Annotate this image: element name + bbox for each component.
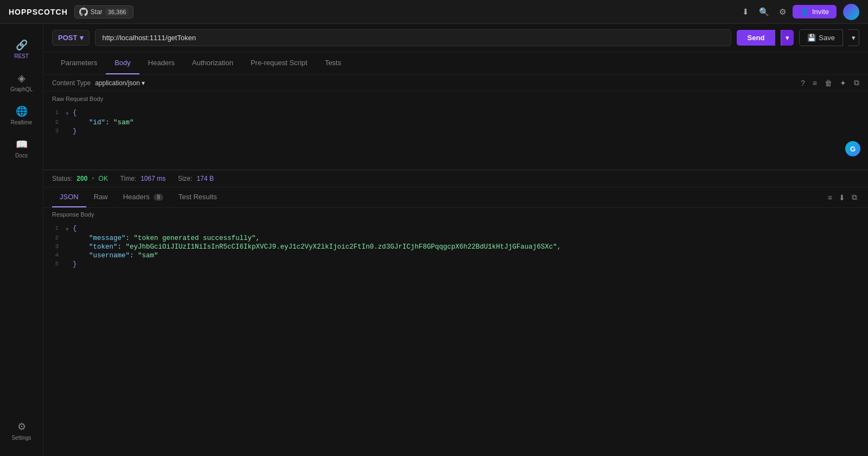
- request-tabs: Parameters Body Headers Authorization Pr…: [43, 52, 868, 75]
- tab-tests[interactable]: Tests: [316, 52, 350, 74]
- tab-parameters[interactable]: Parameters: [52, 52, 106, 74]
- code-line-2: 2 "id": "sam": [43, 118, 868, 127]
- invite-icon: 👤: [800, 8, 809, 16]
- resp-line-2: 2 "message": "token generated successful…: [43, 234, 868, 243]
- status-code: 200: [76, 175, 87, 182]
- invite-button[interactable]: 👤 Invite: [793, 5, 837, 18]
- github-icon: [79, 8, 88, 16]
- time-val: 1067 ms: [141, 175, 165, 182]
- line-arrow-1: ▾: [65, 109, 73, 118]
- time-label: Time:: [120, 175, 137, 182]
- sidebar-item-realtime[interactable]: 🌐 Realtime: [0, 99, 43, 132]
- request-code-editor: 1 ▾ { 2 "id": "sam" 3 }: [43, 104, 868, 169]
- status-dot: •: [92, 175, 94, 182]
- headers-badge: 8: [154, 194, 163, 201]
- link-icon: 🔗: [16, 39, 28, 51]
- url-input[interactable]: [95, 29, 731, 46]
- resp-tab-headers[interactable]: Headers 8: [116, 187, 171, 207]
- response-section: Response Body 1 ▾ { 2 "message": "token …: [43, 208, 868, 456]
- star-label: Star: [91, 8, 103, 16]
- code-line-3: 3 }: [43, 127, 868, 136]
- g-avatar: G: [845, 141, 860, 156]
- send-caret-button[interactable]: ▾: [781, 30, 794, 46]
- content-type-caret: ▾: [142, 79, 145, 87]
- line-content-3: }: [73, 128, 77, 135]
- sidebar-item-rest[interactable]: 🔗 REST: [0, 33, 43, 66]
- docs-icon: 📖: [16, 138, 28, 150]
- content-type-value: application/json: [95, 79, 140, 87]
- resp-copy-icon[interactable]: ⧉: [852, 193, 857, 202]
- download-icon[interactable]: ⬇: [742, 7, 749, 17]
- format-icon[interactable]: ≡: [813, 79, 817, 87]
- send-button[interactable]: Send: [737, 30, 776, 46]
- resp-format-icon[interactable]: ≡: [828, 193, 832, 202]
- main-layout: 🔗 REST ◈ GraphQL 🌐 Realtime 📖 Docs ⚙ Set…: [0, 24, 868, 456]
- tab-headers[interactable]: Headers: [139, 52, 183, 74]
- sidebar-item-graphql[interactable]: ◈ GraphQL: [0, 66, 43, 99]
- gear-icon: ⚙: [17, 421, 26, 433]
- star-count: 36,386: [105, 8, 129, 16]
- invite-label: Invite: [812, 8, 829, 16]
- graphql-icon: ◈: [18, 72, 25, 84]
- resp-download-icon[interactable]: ⬇: [839, 193, 845, 202]
- resp-tab-raw[interactable]: Raw: [86, 187, 116, 207]
- status-bar: Status: 200 • OK Time: 1067 ms Size: 174…: [43, 170, 868, 187]
- topnav: HOPPSCOTCH Star 36,386 ⬇ 🔍 ⚙ 👤 Invite: [0, 0, 868, 24]
- resp-line-4: 4 "username": "sam": [43, 251, 868, 260]
- realtime-icon: 🌐: [16, 105, 28, 117]
- sidebar: 🔗 REST ◈ GraphQL 🌐 Realtime 📖 Docs ⚙ Set…: [0, 24, 43, 456]
- method-select[interactable]: POST ▾: [52, 30, 90, 46]
- size-val: 174 B: [197, 175, 214, 182]
- method-label: POST: [58, 34, 77, 42]
- save-label: Save: [819, 34, 835, 42]
- line-content-2: "id": "sam": [73, 119, 134, 126]
- sidebar-label-docs: Docs: [15, 153, 28, 159]
- sidebar-label-rest: REST: [14, 53, 29, 59]
- tab-body[interactable]: Body: [106, 52, 139, 74]
- resp-line-1: 1 ▾ {: [43, 224, 868, 234]
- resp-line-5: 5 }: [43, 260, 868, 269]
- line-num-2: 2: [43, 119, 65, 125]
- sidebar-item-settings[interactable]: ⚙ Settings: [0, 414, 43, 447]
- request-body-section: Content Type application/json ▾ ? ≡ 🗑 ✦ …: [43, 75, 868, 170]
- line-num-1: 1: [43, 109, 65, 116]
- save-caret-button[interactable]: ▾: [848, 29, 859, 46]
- github-star-button[interactable]: Star 36,386: [74, 5, 134, 18]
- status-ok: OK: [99, 175, 108, 182]
- size-label: Size:: [178, 175, 193, 182]
- settings-icon[interactable]: ⚙: [779, 7, 786, 17]
- line-content-1: {: [73, 109, 77, 117]
- content-type-label: Content Type: [52, 79, 91, 87]
- copy-icon[interactable]: ⧉: [854, 78, 859, 87]
- save-button[interactable]: 💾 Save: [799, 29, 843, 46]
- tab-pre-request-script[interactable]: Pre-request Script: [242, 52, 316, 74]
- resp-line-3: 3 "token": "eyJhbGciOiJIUzI1NiIsInR5cCI6…: [43, 243, 868, 251]
- tab-authorization[interactable]: Authorization: [183, 52, 242, 74]
- status-label: Status:: [52, 175, 72, 182]
- save-icon: 💾: [807, 34, 816, 42]
- sidebar-item-docs[interactable]: 📖 Docs: [0, 132, 43, 165]
- sidebar-label-settings: Settings: [11, 435, 31, 441]
- line-num-3: 3: [43, 128, 65, 134]
- delete-icon[interactable]: 🗑: [825, 79, 832, 87]
- response-body-label: Response Body: [43, 208, 868, 220]
- urlbar: POST ▾ Send ▾ 💾 Save ▾: [43, 24, 868, 52]
- help-icon[interactable]: ?: [801, 79, 805, 87]
- magic-icon[interactable]: ✦: [840, 79, 846, 87]
- code-line-1: 1 ▾ {: [43, 109, 868, 118]
- search-icon[interactable]: 🔍: [759, 7, 769, 17]
- raw-request-body-title: Raw Request Body: [43, 91, 868, 104]
- resp-tab-json[interactable]: JSON: [52, 187, 86, 207]
- resp-tab-test-results[interactable]: Test Results: [171, 187, 225, 207]
- avatar[interactable]: [843, 4, 859, 20]
- sidebar-label-realtime: Realtime: [11, 119, 32, 125]
- brand-label: HOPPSCOTCH: [9, 8, 68, 16]
- method-caret: ▾: [80, 34, 84, 42]
- response-tabs: JSON Raw Headers 8 Test Results ≡ ⬇ ⧉: [43, 187, 868, 208]
- topnav-icons: ⬇ 🔍 ⚙: [742, 7, 786, 17]
- response-code-editor: 1 ▾ { 2 "message": "token generated succ…: [43, 220, 868, 285]
- sidebar-label-graphql: GraphQL: [10, 86, 33, 92]
- content-type-select[interactable]: application/json ▾: [95, 79, 145, 87]
- content-area: POST ▾ Send ▾ 💾 Save ▾ Parameters Body H…: [43, 24, 868, 456]
